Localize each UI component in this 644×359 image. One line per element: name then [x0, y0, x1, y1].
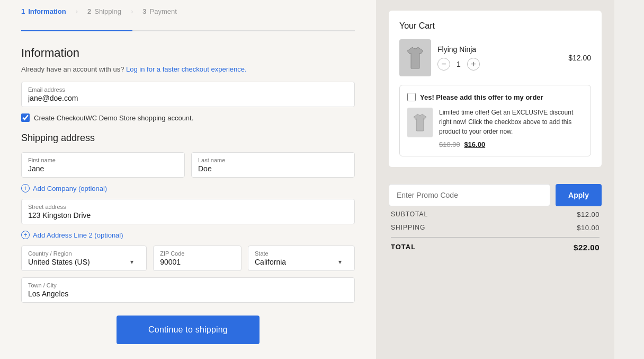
- progress-bar-fill: [21, 30, 132, 31]
- step-divider-1: ›: [76, 7, 78, 15]
- town-field: Town / City: [21, 277, 355, 303]
- step2-num: 2: [87, 7, 91, 15]
- zip-input[interactable]: [160, 258, 235, 266]
- country-field: Country / Region United States (US) ▾: [21, 246, 147, 271]
- location-row: Country / Region United States (US) ▾ ZI…: [21, 246, 355, 271]
- subtotal-label: SUBTOTAL: [391, 211, 428, 218]
- country-label: Country / Region: [28, 250, 140, 257]
- street-input[interactable]: [28, 211, 348, 220]
- cart-card: Your Cart Flying Ninja − 1 + $12.00: [389, 11, 602, 167]
- state-select-wrapper: California ▾: [255, 258, 348, 266]
- offer-text-block: Limited time offer! Get an EXCLUSIVE dis…: [439, 108, 583, 148]
- offer-image: [407, 108, 433, 137]
- cart-item-image: [399, 39, 431, 76]
- state-select[interactable]: California: [255, 258, 348, 266]
- total-value: $22.00: [574, 243, 600, 252]
- town-input[interactable]: [28, 290, 348, 298]
- left-panel: 1 Information › 2 Shipping › 3 Payment I…: [0, 0, 376, 359]
- town-label: Town / City: [28, 282, 348, 288]
- add-company-link[interactable]: + Add Company (optional): [21, 184, 355, 192]
- apply-promo-button[interactable]: Apply: [556, 184, 602, 206]
- street-field: Street address: [21, 199, 355, 224]
- offer-old-price: $18.00: [439, 141, 460, 148]
- cart-item-price: $12.00: [568, 54, 591, 62]
- offer-prices: $18.00 $16.00: [439, 141, 583, 148]
- create-account-label: Create CheckoutWC Demo Store shopping ac…: [34, 114, 193, 122]
- add-company-label: Add Company (optional): [33, 185, 107, 192]
- state-field: State California ▾: [248, 246, 355, 271]
- offer-content: Limited time offer! Get an EXCLUSIVE dis…: [407, 108, 583, 148]
- promo-code-input[interactable]: [389, 184, 550, 206]
- email-field-group: Email address: [21, 82, 355, 107]
- steps-nav: 1 Information › 2 Shipping › 3 Payment: [21, 0, 355, 20]
- right-panel: Your Cart Flying Ninja − 1 + $12.00: [376, 0, 614, 359]
- create-account-checkbox[interactable]: [21, 113, 30, 122]
- step1-num: 1: [21, 7, 25, 15]
- shipping-address-title: Shipping address: [21, 133, 355, 144]
- first-name-input[interactable]: [28, 164, 178, 173]
- step2-label: Shipping: [94, 7, 121, 15]
- total-row: TOTAL $22.00: [391, 237, 600, 252]
- qty-value: 1: [454, 60, 463, 68]
- section-title: Information: [21, 46, 355, 60]
- offer-text: Limited time offer! Get an EXCLUSIVE dis…: [439, 108, 583, 136]
- qty-decrease-button[interactable]: −: [437, 58, 450, 71]
- qty-controls: − 1 +: [437, 58, 562, 71]
- offer-header-label: Yes! Please add this offer to my order: [420, 93, 543, 101]
- cart-item-name: Flying Ninja: [437, 45, 562, 54]
- continue-to-shipping-button[interactable]: Continue to shipping: [117, 316, 260, 344]
- last-name-label: Last name: [198, 157, 348, 163]
- cart-title: Your Cart: [399, 21, 591, 31]
- name-row: First name Last name: [21, 152, 355, 178]
- shipping-value: $10.00: [577, 224, 600, 232]
- email-label: Email address: [28, 86, 348, 93]
- login-prompt: Already have an account with us? Log in …: [21, 65, 355, 73]
- country-select[interactable]: United States (US): [28, 258, 140, 266]
- offer-header: Yes! Please add this offer to my order: [407, 93, 583, 101]
- progress-bar: [21, 30, 355, 31]
- shipping-row: SHIPPING $10.00: [391, 224, 600, 232]
- offer-shirt-icon: [412, 112, 428, 133]
- zip-label: ZIP Code: [160, 250, 235, 257]
- first-name-label: First name: [28, 157, 178, 163]
- step-payment[interactable]: 3 Payment: [142, 7, 177, 15]
- step3-label: Payment: [150, 7, 177, 15]
- email-input[interactable]: [28, 94, 348, 102]
- promo-row: Apply: [389, 184, 602, 206]
- step3-num: 3: [142, 7, 146, 15]
- login-link[interactable]: Log in for a faster checkout experience.: [126, 65, 247, 73]
- add-address2-link[interactable]: + Add Address Line 2 (optional): [21, 231, 355, 239]
- last-name-input[interactable]: [198, 164, 348, 173]
- qty-increase-button[interactable]: +: [467, 58, 480, 71]
- login-prompt-text: Already have an account with us?: [21, 65, 124, 73]
- step-information[interactable]: 1 Information: [21, 7, 66, 15]
- total-label: TOTAL: [391, 243, 416, 252]
- continue-button-wrap: Continue to shipping: [21, 316, 355, 344]
- cart-item-details: Flying Ninja − 1 +: [437, 45, 562, 71]
- cart-item: Flying Ninja − 1 + $12.00: [399, 39, 591, 76]
- shipping-label: SHIPPING: [391, 224, 425, 232]
- offer-box: Yes! Please add this offer to my order L…: [399, 85, 591, 156]
- first-name-field: First name: [21, 152, 185, 178]
- add-company-icon: +: [21, 184, 30, 192]
- create-account-row: Create CheckoutWC Demo Store shopping ac…: [21, 113, 355, 122]
- subtotal-value: $12.00: [577, 211, 600, 218]
- subtotal-row: SUBTOTAL $12.00: [391, 211, 600, 218]
- state-label: State: [255, 250, 348, 257]
- street-label: Street address: [28, 204, 348, 210]
- step-divider-2: ›: [131, 7, 133, 15]
- last-name-field: Last name: [191, 152, 355, 178]
- country-select-wrapper: United States (US) ▾: [28, 258, 140, 266]
- add-address2-label: Add Address Line 2 (optional): [33, 231, 123, 239]
- add-address2-icon: +: [21, 231, 30, 239]
- offer-new-price: $16.00: [464, 141, 485, 148]
- offer-checkbox[interactable]: [407, 93, 416, 101]
- step1-label: Information: [28, 7, 66, 15]
- totals-section: SUBTOTAL $12.00 SHIPPING $10.00 TOTAL $2…: [389, 211, 602, 257]
- zip-field: ZIP Code: [153, 246, 241, 271]
- shirt-icon: [405, 45, 426, 71]
- step-shipping[interactable]: 2 Shipping: [87, 7, 121, 15]
